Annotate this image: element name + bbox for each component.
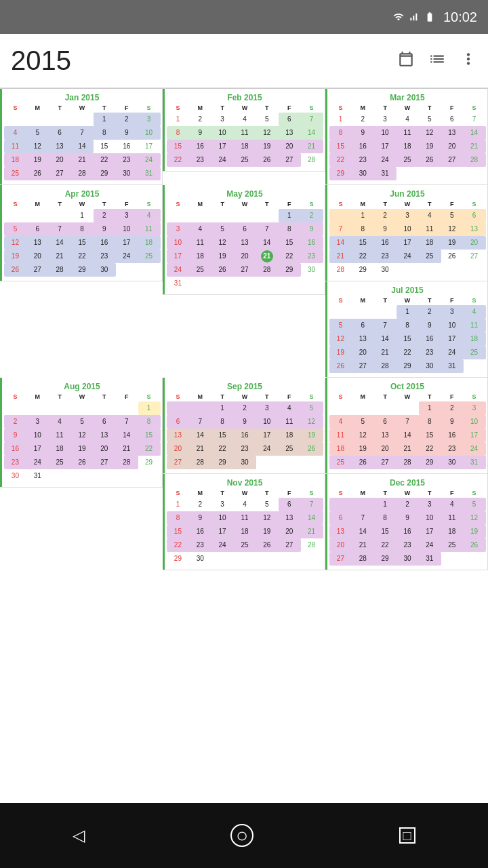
day-cell[interactable]: 14 — [115, 429, 138, 442]
day-cell[interactable]: 20 — [49, 153, 71, 167]
day-cell[interactable]: 24 — [211, 153, 234, 167]
home-button[interactable]: ○ — [230, 824, 253, 847]
day-cell[interactable]: 15 — [93, 140, 115, 153]
day-cell[interactable]: 2 — [234, 401, 256, 415]
day-cell[interactable]: 12 — [26, 140, 49, 153]
day-cell[interactable]: 5 — [4, 222, 26, 236]
day-cell[interactable]: 18 — [234, 140, 256, 153]
day-cell[interactable]: 21 — [300, 525, 323, 538]
day-cell[interactable]: 12 — [441, 222, 463, 236]
day-cell[interactable]: 27 — [463, 250, 485, 263]
day-cell[interactable]: 20 — [374, 442, 396, 456]
day-cell[interactable]: 26 — [256, 538, 278, 552]
day-cell[interactable]: 13 — [352, 332, 374, 346]
day-cell[interactable]: 13 — [374, 429, 396, 442]
day-cell[interactable]: 6 — [352, 319, 374, 332]
day-cell[interactable]: 16 — [352, 140, 374, 153]
day-cell[interactable]: 23 — [352, 153, 374, 167]
day-cell[interactable]: 27 — [352, 359, 374, 373]
list-view-icon[interactable] — [428, 50, 446, 72]
day-cell[interactable]: 23 — [189, 538, 211, 552]
day-cell[interactable]: 17 — [26, 442, 49, 456]
day-cell[interactable]: 2 — [189, 113, 211, 126]
day-cell[interactable]: 12 — [352, 429, 374, 442]
day-cell[interactable]: 19 — [418, 140, 441, 153]
day-cell[interactable]: 19 — [256, 525, 278, 538]
day-cell[interactable]: 7 — [300, 498, 323, 511]
day-cell[interactable]: 10 — [26, 429, 49, 442]
day-cell[interactable]: 3 — [463, 401, 485, 415]
day-cell[interactable]: 21 — [300, 140, 323, 153]
day-cell[interactable]: 26 — [418, 153, 441, 167]
day-cell[interactable]: 15 — [167, 140, 189, 153]
day-cell[interactable]: 1 — [352, 209, 374, 222]
day-cell[interactable]: 6 — [26, 222, 49, 236]
day-cell[interactable]: 5 — [256, 113, 278, 126]
day-cell[interactable]: 26 — [71, 456, 94, 469]
day-cell[interactable]: 24 — [396, 250, 419, 263]
day-cell[interactable]: 6 — [278, 498, 300, 511]
day-cell[interactable]: 15 — [71, 236, 94, 250]
day-cell[interactable]: 29 — [167, 552, 189, 566]
day-cell[interactable]: 21 — [49, 250, 71, 263]
day-cell[interactable]: 11 — [49, 429, 71, 442]
day-cell[interactable]: 11 — [234, 126, 256, 140]
day-cell[interactable]: 18 — [49, 442, 71, 456]
day-cell[interactable]: 25 — [418, 250, 441, 263]
day-cell[interactable]: 21 — [189, 442, 211, 456]
day-cell[interactable]: 26 — [26, 167, 49, 180]
day-cell[interactable]: 27 — [278, 538, 300, 552]
day-cell[interactable]: 30 — [234, 456, 256, 469]
day-cell[interactable]: 2 — [374, 209, 396, 222]
day-cell[interactable]: 15 — [278, 236, 300, 250]
day-cell[interactable]: 20 — [93, 442, 115, 456]
day-cell[interactable]: 7 — [256, 222, 278, 236]
day-cell[interactable]: 30 — [418, 359, 441, 373]
day-cell[interactable]: 7 — [300, 113, 323, 126]
day-cell[interactable]: 16 — [4, 442, 26, 456]
day-cell[interactable]: 13 — [278, 511, 300, 525]
day-cell[interactable]: 2 — [189, 498, 211, 511]
day-cell[interactable]: 31 — [418, 552, 441, 566]
day-cell[interactable]: 24 — [211, 538, 234, 552]
day-cell[interactable]: 30 — [441, 456, 463, 469]
day-cell[interactable]: 10 — [441, 319, 463, 332]
day-cell[interactable]: 17 — [167, 250, 189, 263]
day-cell[interactable]: 30 — [4, 469, 26, 483]
day-cell[interactable]: 21 — [352, 538, 374, 552]
day-cell[interactable]: 10 — [396, 222, 419, 236]
day-cell[interactable]: 4 — [138, 209, 160, 222]
day-cell[interactable]: 22 — [211, 442, 234, 456]
day-cell[interactable]: 3 — [167, 222, 189, 236]
day-cell[interactable]: 27 — [278, 153, 300, 167]
day-cell[interactable]: 15 — [418, 429, 441, 442]
day-cell[interactable]: 3 — [26, 415, 49, 429]
day-cell[interactable]: 7 — [49, 222, 71, 236]
day-cell[interactable]: 19 — [463, 525, 485, 538]
day-cell[interactable]: 1 — [396, 305, 419, 319]
day-cell[interactable]: 2 — [441, 401, 463, 415]
day-cell[interactable]: 11 — [441, 511, 463, 525]
day-cell[interactable]: 28 — [374, 359, 396, 373]
day-cell[interactable]: 10 — [115, 222, 138, 236]
day-cell[interactable]: 5 — [71, 415, 94, 429]
day-cell[interactable]: 23 — [374, 250, 396, 263]
day-cell[interactable]: 4 — [234, 113, 256, 126]
day-cell[interactable]: 12 — [463, 511, 485, 525]
day-cell[interactable]: 10 — [418, 511, 441, 525]
day-cell[interactable]: 30 — [352, 167, 374, 180]
day-cell[interactable]: 9 — [374, 222, 396, 236]
day-cell[interactable]: 2 — [396, 498, 419, 511]
day-cell[interactable]: 7 — [329, 222, 352, 236]
day-cell[interactable]: 2 — [93, 209, 115, 222]
day-cell[interactable]: 2 — [300, 209, 323, 222]
day-cell[interactable]: 26 — [352, 456, 374, 469]
day-cell[interactable]: 20 — [278, 525, 300, 538]
day-cell[interactable]: 4 — [463, 305, 485, 319]
day-cell[interactable]: 17 — [441, 332, 463, 346]
day-cell[interactable]: 29 — [93, 167, 115, 180]
day-cell[interactable]: 15 — [211, 429, 234, 442]
day-cell[interactable]: 25 — [396, 153, 419, 167]
day-cell[interactable]: 3 — [441, 305, 463, 319]
day-cell[interactable]: 25 — [463, 346, 485, 359]
